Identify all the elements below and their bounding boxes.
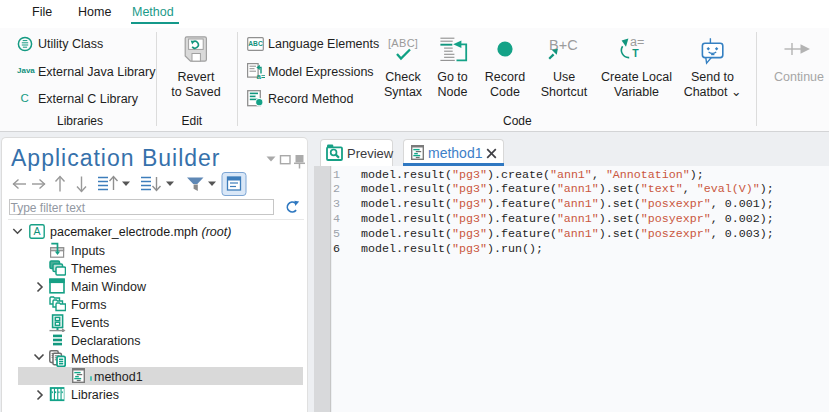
svg-text:A: A: [33, 225, 40, 237]
svg-text:a=: a=: [257, 72, 265, 79]
svg-text:ABC: ABC: [248, 40, 263, 47]
svg-text:T: T: [632, 47, 639, 59]
